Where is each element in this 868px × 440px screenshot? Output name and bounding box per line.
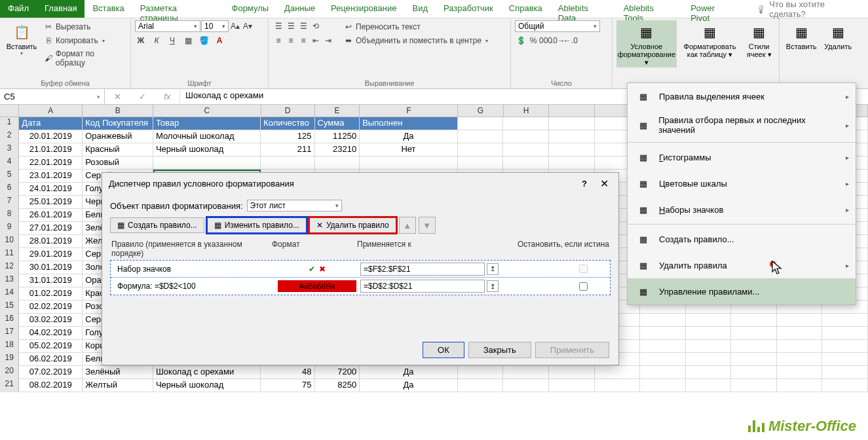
table-cell[interactable]: 29.01.2019 (19, 248, 83, 261)
table-cell[interactable]: Да (360, 366, 458, 379)
tab-ablebits-tools[interactable]: Ablebits Tools (616, 0, 683, 18)
move-up-button[interactable]: ▲ (399, 217, 416, 234)
table-header[interactable]: Сумма (315, 117, 360, 130)
dd-new-rule[interactable]: ▦Создать правило... (628, 226, 856, 252)
wrap-text-button[interactable]: ↩Переносить текст (342, 20, 489, 33)
tab-ablebits-data[interactable]: Ablebits Data (550, 0, 616, 18)
dialog-close-button[interactable]: ✕ (596, 177, 612, 190)
comma-button[interactable]: 000 (540, 35, 552, 46)
col-G[interactable]: G (458, 105, 504, 117)
scope-combo[interactable]: Этот лист (247, 200, 342, 211)
table-header[interactable]: Количество (261, 117, 314, 130)
table-cell[interactable]: Красный (83, 143, 153, 156)
tab-layout[interactable]: Разметка страницы (132, 0, 224, 18)
insert-cells-button[interactable]: ▦ Вставить (783, 20, 819, 52)
cell-styles-button[interactable]: ▦ Стили ячеек ▾ (743, 20, 775, 60)
table-cell[interactable] (360, 156, 458, 170)
tab-review[interactable]: Рецензирование (323, 0, 404, 18)
align-center-button[interactable]: ≡ (285, 35, 297, 46)
table-cell[interactable]: Оранжевый (83, 130, 153, 143)
table-cell[interactable]: 21.01.2019 (19, 143, 83, 156)
table-cell[interactable]: 07.02.2019 (19, 366, 83, 379)
table-cell[interactable]: 22.01.2019 (19, 156, 83, 170)
dd-colorscales[interactable]: ▦Цветовые шкалы (628, 170, 856, 196)
table-header[interactable]: Выполнен (360, 117, 458, 130)
table-cell[interactable]: 211 (261, 143, 314, 156)
dd-manage-rules[interactable]: ▦Управление правилами... (628, 278, 856, 304)
merge-center-button[interactable]: ⬌Объединить и поместить в центре▾ (342, 34, 489, 47)
inc-decimal-button[interactable]: .0→ (552, 35, 564, 46)
rule2-ref-button[interactable]: ↥ (487, 280, 499, 292)
col-E[interactable]: E (315, 105, 360, 117)
tab-view[interactable]: Вид (404, 0, 436, 18)
table-cell[interactable]: 25.01.2019 (19, 196, 83, 209)
table-cell[interactable]: 30.01.2019 (19, 261, 83, 274)
table-cell[interactable]: Нет (360, 143, 458, 156)
tell-me-search[interactable]: Что вы хотите сделать? (749, 0, 868, 18)
tab-developer[interactable]: Разработчик (436, 0, 501, 18)
percent-button[interactable]: % (527, 35, 539, 46)
number-format-combo[interactable]: Общий (515, 20, 600, 32)
dialog-ok-button[interactable]: ОК (423, 342, 464, 358)
dialog-help[interactable]: ? (582, 179, 587, 189)
orientation-button[interactable]: ⟲ (310, 20, 322, 32)
new-rule-button[interactable]: ▦Создать правило... (110, 217, 204, 233)
col-C[interactable]: C (153, 105, 261, 117)
move-down-button[interactable]: ▼ (419, 217, 436, 234)
table-cell[interactable]: 75 (261, 379, 314, 392)
delete-rule-button[interactable]: ✕Удалить правило (309, 217, 396, 233)
dec-decimal-button[interactable]: ←.0 (565, 35, 576, 46)
table-cell[interactable]: 06.02.2019 (19, 353, 83, 366)
table-cell[interactable]: 04.02.2019 (19, 327, 83, 340)
cancel-formula-icon[interactable]: ✕ (114, 92, 121, 101)
cut-button[interactable]: ✂Вырезать (42, 20, 126, 33)
table-cell[interactable]: 26.01.2019 (19, 209, 83, 222)
font-color-button[interactable]: A (214, 35, 225, 46)
table-cell[interactable]: 05.02.2019 (19, 340, 83, 353)
table-cell[interactable]: 8250 (315, 379, 360, 392)
table-cell[interactable]: Шоколад с орехами (153, 366, 261, 379)
dd-top-rules[interactable]: ▦Правила отбора первых и последних значе… (628, 109, 856, 141)
table-cell[interactable]: Черный шоколад (153, 379, 261, 392)
tab-file[interactable]: Файл (0, 0, 37, 18)
paste-button[interactable]: 📋 Вставить ▾ (4, 20, 39, 58)
table-cell[interactable]: 23.01.2019 (19, 170, 83, 183)
rule2-applies-input[interactable] (360, 280, 485, 293)
table-cell[interactable]: 23210 (315, 143, 360, 156)
table-header[interactable]: Код Покупателя (83, 117, 153, 130)
enter-formula-icon[interactable]: ✓ (139, 92, 146, 101)
edit-rule-button[interactable]: ▦Изменить правило... (207, 217, 307, 233)
table-cell[interactable]: 11250 (315, 130, 360, 143)
fill-color-button[interactable]: 🪣 (198, 35, 210, 46)
table-cell[interactable]: 7200 (315, 366, 360, 379)
table-cell[interactable]: Черный шоколад (153, 143, 261, 156)
col-F[interactable]: F (360, 105, 458, 117)
grow-font-button[interactable]: A▴ (229, 20, 241, 32)
currency-button[interactable]: 💲 (515, 35, 527, 46)
table-cell[interactable]: 31.01.2019 (19, 274, 83, 287)
table-cell[interactable]: 28.01.2019 (19, 235, 83, 248)
rule1-ref-button[interactable]: ↥ (487, 263, 499, 275)
col-D[interactable]: D (261, 105, 315, 117)
copy-button[interactable]: ⎘Копировать▾ (42, 34, 126, 47)
delete-cells-button[interactable]: ▦ Удалить (821, 20, 854, 52)
font-name-combo[interactable]: Arial (135, 20, 200, 32)
col-H[interactable]: H (504, 105, 550, 117)
table-cell[interactable]: 20.01.2019 (19, 130, 83, 143)
tab-insert[interactable]: Вставка (85, 0, 132, 18)
bold-button[interactable]: Ж (135, 35, 147, 46)
table-cell[interactable]: 01.02.2019 (19, 287, 83, 301)
tab-home[interactable]: Главная (37, 0, 85, 18)
rule1-applies-input[interactable] (360, 263, 485, 276)
select-all-cell[interactable] (0, 105, 19, 117)
shrink-font-button[interactable]: A▾ (242, 20, 254, 32)
table-cell[interactable]: Да (360, 379, 458, 392)
border-button[interactable]: ▦ (182, 35, 194, 46)
table-cell[interactable] (153, 156, 261, 170)
table-cell[interactable] (315, 156, 360, 170)
format-painter-button[interactable]: 🖌Формат по образцу (42, 48, 126, 69)
table-cell[interactable]: Желтый (83, 379, 153, 392)
tab-powerpivot[interactable]: Power Pivot (683, 0, 743, 18)
table-cell[interactable]: Молочный шоколад (153, 130, 261, 143)
table-cell[interactable]: 27.01.2019 (19, 222, 83, 235)
